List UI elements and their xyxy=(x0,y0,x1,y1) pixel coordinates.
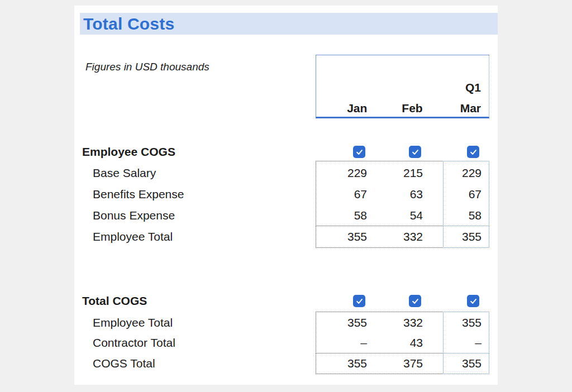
value-cell[interactable]: 58 xyxy=(316,209,371,222)
row-label: COGS Total xyxy=(74,357,316,370)
month-header-jan: Jan xyxy=(316,102,371,115)
value-cell[interactable]: 229 xyxy=(427,166,489,180)
checkbox-cell xyxy=(427,146,489,158)
value-cell[interactable]: 375 xyxy=(371,357,427,370)
value-cell[interactable]: 229 xyxy=(316,166,371,180)
checkbox-cell xyxy=(371,146,427,158)
total-row: Employee Total 355 332 355 xyxy=(74,226,498,247)
check-icon xyxy=(411,297,420,305)
value-cell[interactable]: 355 xyxy=(427,357,489,370)
checkbox-total-feb[interactable] xyxy=(409,295,421,307)
units-note: Figures in USD thousands xyxy=(85,61,209,73)
value-cell[interactable]: 67 xyxy=(427,188,489,201)
check-icon xyxy=(469,148,478,156)
section-label-total-cogs: Total COGS xyxy=(74,294,316,308)
checkbox-employee-feb[interactable] xyxy=(409,146,421,158)
checkbox-cell xyxy=(316,295,371,307)
check-icon xyxy=(355,297,364,305)
section-label-employee-cogs: Employee COGS xyxy=(74,145,316,159)
value-cell[interactable]: – xyxy=(427,336,489,350)
section-header-row: Total COGS xyxy=(74,293,498,309)
quarter-label: Q1 xyxy=(465,81,481,94)
table-row: Bonus Expense 58 54 58 xyxy=(74,205,498,226)
row-label: Employee Total xyxy=(74,316,316,329)
table-row: Benefits Expense 67 63 67 xyxy=(74,184,498,205)
row-label: Benefits Expense xyxy=(74,188,316,201)
report-panel: Total Costs Figures in USD thousands Q1 … xyxy=(74,6,498,385)
check-icon xyxy=(355,148,364,156)
value-cell[interactable]: 355 xyxy=(316,357,371,370)
row-label: Base Salary xyxy=(74,166,316,180)
value-cell[interactable]: 58 xyxy=(427,209,489,222)
row-label: Employee Total xyxy=(74,230,316,243)
checkbox-cell xyxy=(316,146,371,158)
row-label: Bonus Expense xyxy=(74,209,316,222)
month-header-mar: Mar xyxy=(427,102,489,115)
month-header-feb: Feb xyxy=(371,102,427,115)
value-cell[interactable]: 355 xyxy=(316,230,371,243)
title-band: Total Costs xyxy=(80,13,498,35)
checkbox-employee-jan[interactable] xyxy=(353,146,365,158)
row-label: Contractor Total xyxy=(74,336,316,350)
value-cell[interactable]: 355 xyxy=(427,316,489,329)
month-header-row: Jan Feb Mar xyxy=(316,102,489,115)
checkbox-cell xyxy=(371,295,427,307)
check-icon xyxy=(469,297,478,305)
value-cell[interactable]: 67 xyxy=(316,188,371,201)
value-cell[interactable]: 332 xyxy=(371,316,427,329)
table-row: Employee Total 355 332 355 xyxy=(74,312,498,333)
value-cell[interactable]: 355 xyxy=(316,316,371,329)
table-row: Contractor Total – 43 – xyxy=(74,333,498,353)
checkbox-employee-mar[interactable] xyxy=(467,146,479,158)
value-cell[interactable]: 355 xyxy=(427,230,489,243)
value-cell[interactable]: 54 xyxy=(371,209,427,222)
page-title: Total Costs xyxy=(80,15,174,34)
check-icon xyxy=(411,148,420,156)
checkbox-cell xyxy=(427,295,489,307)
value-cell[interactable]: 63 xyxy=(371,188,427,201)
checkbox-total-mar[interactable] xyxy=(467,295,479,307)
section-header-row: Employee COGS xyxy=(74,144,498,160)
column-header-box: Q1 Jan Feb Mar xyxy=(316,55,489,118)
value-cell[interactable]: 43 xyxy=(371,336,427,350)
value-cell[interactable]: 332 xyxy=(371,230,427,243)
value-cell[interactable]: – xyxy=(316,336,371,350)
total-row: COGS Total 355 375 355 xyxy=(74,353,498,374)
value-cell[interactable]: 215 xyxy=(371,166,427,180)
checkbox-total-jan[interactable] xyxy=(353,295,365,307)
table-row: Base Salary 229 215 229 xyxy=(74,162,498,184)
